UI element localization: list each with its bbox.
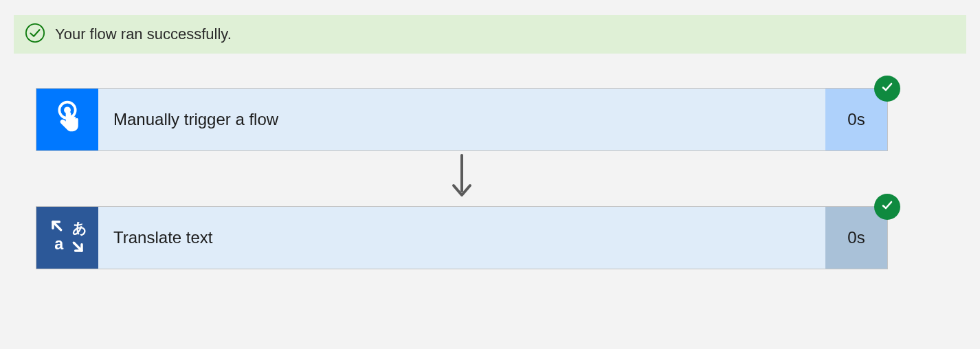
status-badge-success — [875, 76, 900, 101]
step-title: Manually trigger a flow — [98, 89, 825, 150]
touch-icon — [48, 99, 87, 140]
step-duration: 0s — [825, 89, 887, 150]
step-icon-container — [36, 89, 98, 150]
check-icon — [880, 199, 894, 215]
step-duration: 0s — [825, 207, 887, 269]
svg-text:a: a — [54, 235, 64, 253]
status-badge-success — [875, 194, 900, 219]
check-circle-icon — [25, 23, 45, 46]
step-icon-container: あ a — [36, 207, 98, 269]
svg-text:あ: あ — [72, 220, 87, 236]
flow-connector — [36, 151, 888, 206]
success-banner: Your flow ran successfully. — [14, 15, 966, 54]
svg-point-0 — [26, 24, 44, 42]
flow-step-trigger[interactable]: Manually trigger a flow 0s — [36, 88, 888, 151]
flow-canvas: Manually trigger a flow 0s — [14, 54, 966, 269]
step-title: Translate text — [98, 207, 825, 269]
arrow-down-icon — [448, 153, 476, 205]
flow-step-translate[interactable]: あ a Translate text 0s — [36, 206, 888, 269]
check-icon — [880, 80, 894, 97]
translate-icon: あ a — [48, 217, 87, 258]
banner-message: Your flow ran successfully. — [55, 25, 232, 43]
